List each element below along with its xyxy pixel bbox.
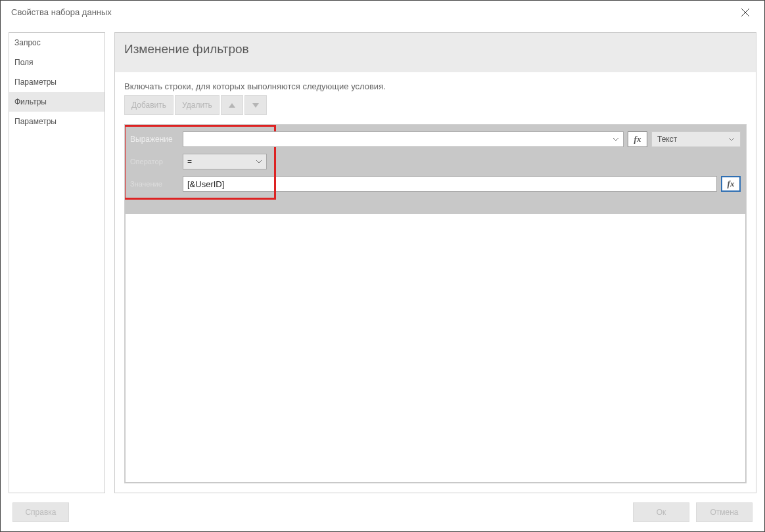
- value-label: Значение: [130, 180, 179, 188]
- sidebar-item-label: Параметры: [14, 78, 57, 87]
- toolbar: Добавить Удалить: [124, 95, 747, 115]
- close-icon: [741, 8, 750, 17]
- instruction-text: Включать строки, для которых выполняются…: [124, 81, 747, 91]
- add-button[interactable]: Добавить: [124, 95, 174, 115]
- page-title: Изменение фильтров: [124, 42, 747, 56]
- operator-label: Оператор: [130, 158, 179, 166]
- expression-row: Выражение fx Текст: [130, 131, 741, 147]
- close-button[interactable]: [731, 2, 759, 23]
- sidebar-item-fields[interactable]: Поля: [9, 53, 104, 72]
- sidebar-item-label: Запрос: [14, 38, 41, 47]
- move-up-button[interactable]: [221, 95, 243, 115]
- chevron-down-icon: [613, 137, 619, 141]
- window-title: Свойства набора данных: [11, 7, 112, 17]
- expression-label: Выражение: [130, 135, 179, 144]
- delete-button[interactable]: Удалить: [175, 95, 220, 115]
- sidebar: Запрос Поля Параметры Фильтры Параметры: [9, 32, 105, 493]
- dialog-window: Свойства набора данных Запрос Поля Парам…: [0, 0, 765, 532]
- titlebar: Свойства набора данных: [1, 1, 764, 24]
- expression-select[interactable]: [183, 131, 624, 147]
- chevron-down-icon: [728, 137, 735, 141]
- value-input[interactable]: [183, 176, 717, 192]
- sidebar-item-label: Параметры: [14, 117, 57, 126]
- arrow-down-icon: [252, 103, 259, 108]
- filter-fields: Выражение fx Текст: [130, 131, 741, 192]
- operator-row: Оператор =: [130, 154, 741, 169]
- chevron-down-icon: [256, 160, 262, 164]
- sidebar-item-label: Поля: [14, 58, 34, 67]
- filter-row[interactable]: Выражение fx Текст: [125, 125, 746, 197]
- main-panel: Изменение фильтров Включать строки, для …: [114, 32, 756, 493]
- sidebar-item-params2[interactable]: Параметры: [9, 112, 104, 131]
- value-row: Значение fx: [130, 176, 741, 192]
- type-value: Текст: [657, 135, 677, 144]
- sidebar-item-query[interactable]: Запрос: [9, 33, 104, 53]
- value-fx-button[interactable]: fx: [721, 176, 741, 192]
- ok-button[interactable]: Ок: [633, 502, 689, 522]
- move-down-button[interactable]: [244, 95, 267, 115]
- filter-list: Выражение fx Текст: [124, 124, 747, 483]
- cancel-button[interactable]: Отмена: [696, 502, 753, 522]
- sidebar-item-label: Фильтры: [14, 97, 47, 106]
- arrow-up-icon: [229, 103, 235, 108]
- sidebar-item-filters[interactable]: Фильтры: [9, 92, 104, 112]
- dialog-body: Запрос Поля Параметры Фильтры Параметры …: [1, 24, 764, 493]
- dialog-footer: Справка Ок Отмена: [1, 493, 764, 531]
- main-header: Изменение фильтров: [115, 33, 756, 72]
- type-select[interactable]: Текст: [651, 131, 741, 147]
- help-button[interactable]: Справка: [12, 502, 69, 522]
- sidebar-item-params[interactable]: Параметры: [9, 72, 104, 92]
- expression-fx-button[interactable]: fx: [628, 131, 647, 147]
- operator-value: =: [187, 157, 192, 166]
- filter-list-empty: [126, 214, 745, 482]
- operator-select[interactable]: =: [183, 154, 267, 169]
- main-body: Включать строки, для которых выполняются…: [115, 72, 756, 493]
